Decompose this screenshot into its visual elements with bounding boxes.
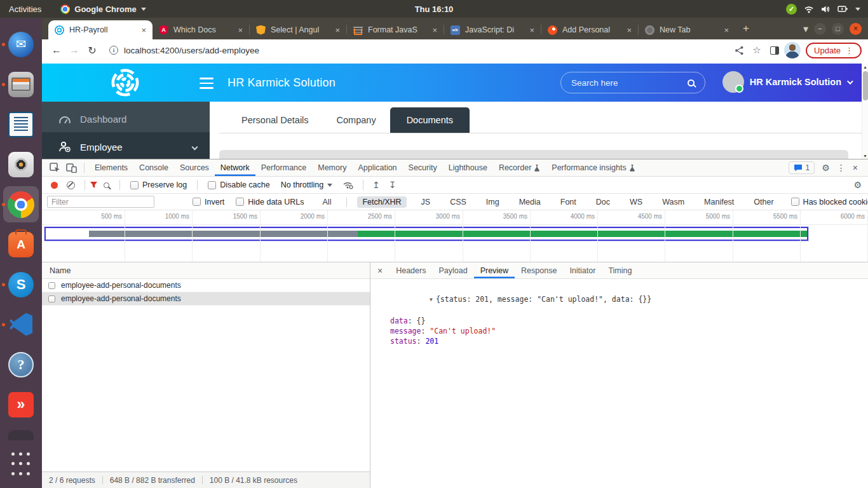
header-profile[interactable]: HR Karmick Solution — [722, 71, 851, 93]
preview-entry[interactable]: data: {} — [377, 316, 868, 326]
invert-checkbox[interactable] — [193, 198, 201, 206]
devtools-tab-elements[interactable]: Elements — [89, 159, 133, 176]
hide-data-urls-label[interactable]: Hide data URLs — [248, 198, 304, 207]
tab-close-icon[interactable]: × — [236, 25, 244, 35]
settings-gear-icon[interactable]: ⚙ — [822, 163, 830, 172]
close-detail-icon[interactable]: × — [370, 266, 390, 276]
request-filter-font[interactable]: Font — [555, 196, 581, 208]
throttling-dropdown[interactable]: No throttling — [281, 180, 332, 189]
browser-tab-add-personal[interactable]: Add Personal× — [541, 20, 638, 39]
record-network-log-icon[interactable] — [51, 182, 58, 189]
request-filter-ws[interactable]: WS — [625, 196, 648, 208]
request-filter-fetch-xhr[interactable]: Fetch/XHR — [357, 196, 406, 208]
browser-tab-select-angul[interactable]: Select | Angul× — [250, 20, 346, 39]
request-filter-wasm[interactable]: Wasm — [657, 196, 689, 208]
dock-item-libreoffice-writer[interactable] — [0, 104, 42, 144]
devtools-tab-lighthouse[interactable]: Lighthouse — [443, 159, 493, 176]
has-blocked-cookies-label[interactable]: Has blocked cookies — [803, 198, 868, 207]
detail-tab-response[interactable]: Response — [515, 262, 563, 278]
export-har-icon[interactable]: ↧ — [389, 180, 397, 190]
detail-tab-headers[interactable]: Headers — [390, 262, 432, 278]
tab-close-icon[interactable]: × — [140, 25, 147, 35]
dock-item-app-grid[interactable] — [0, 446, 42, 482]
devtools-tab-performance-insights[interactable]: Performance insights — [546, 159, 641, 176]
site-info-icon[interactable]: i — [109, 46, 118, 55]
devtools-tab-memory[interactable]: Memory — [312, 159, 352, 176]
tab-close-icon[interactable]: × — [334, 25, 341, 35]
name-column-header[interactable]: Name — [42, 262, 370, 279]
app-logo[interactable] — [111, 68, 140, 97]
devtools-tab-network[interactable]: Network — [215, 159, 255, 176]
expand-triangle-icon[interactable]: ▼ — [430, 295, 433, 305]
dock-item-rhythmbox[interactable] — [0, 144, 42, 184]
dock-item-ubuntu-software[interactable]: A — [0, 224, 42, 264]
browser-tab-which-docs[interactable]: Which Docs× — [153, 20, 249, 39]
volume-icon[interactable] — [821, 5, 831, 13]
url-text[interactable]: localhost:4200/users/add-employee — [124, 46, 259, 55]
side-panel-icon[interactable] — [766, 43, 783, 58]
bookmark-star-icon[interactable]: ☆ — [749, 43, 765, 58]
request-filter-media[interactable]: Media — [514, 196, 546, 208]
detail-tab-preview[interactable]: Preview — [474, 262, 515, 278]
detail-tab-initiator[interactable]: Initiator — [563, 262, 602, 278]
invert-toggle[interactable]: Invert — [193, 198, 224, 207]
network-conditions-icon[interactable] — [342, 180, 353, 189]
filter-funnel-icon[interactable] — [90, 181, 98, 189]
detail-tab-timing[interactable]: Timing — [602, 262, 638, 278]
devtools-close-icon[interactable]: × — [853, 163, 858, 172]
devtools-tab-console[interactable]: Console — [133, 159, 174, 176]
dock-item-skype[interactable]: S — [0, 264, 42, 304]
request-filter-all[interactable]: All — [318, 196, 337, 208]
invert-label[interactable]: Invert — [205, 198, 224, 207]
request-filter-manifest[interactable]: Manifest — [699, 196, 739, 208]
browser-tab-hr-payroll[interactable]: HR-Payroll× — [48, 20, 153, 39]
forward-icon[interactable]: → — [66, 42, 83, 58]
reload-icon[interactable]: ↻ — [84, 42, 100, 58]
request-row[interactable]: employee-add-personal-documents — [42, 292, 370, 306]
wifi-icon[interactable] — [804, 5, 814, 13]
scroll-down-icon[interactable]: ▼ — [863, 154, 867, 158]
new-tab-button[interactable]: + — [735, 22, 757, 35]
disable-cache-checkbox[interactable] — [208, 181, 216, 189]
sidebar-item-dashboard[interactable]: Dashboard — [42, 105, 210, 132]
filter-input[interactable] — [47, 196, 154, 208]
search-network-icon[interactable] — [104, 182, 109, 188]
hide-data-urls-checkbox[interactable] — [236, 198, 244, 206]
disable-cache-label[interactable]: Disable cache — [220, 180, 270, 189]
chevron-down-icon[interactable] — [847, 78, 853, 85]
devtools-tab-performance[interactable]: Performance — [255, 159, 313, 176]
preserve-log-checkbox[interactable] — [130, 181, 139, 189]
dock-item-chrome[interactable] — [0, 184, 42, 224]
system-tray[interactable]: ✓ — [786, 4, 868, 15]
browser-tab-format-javas[interactable]: Format JavaS× — [347, 20, 444, 39]
import-har-icon[interactable]: ↥ — [372, 180, 380, 190]
dock-item-thunderbird[interactable]: ✉ — [0, 24, 42, 64]
request-filter-js[interactable]: JS — [416, 196, 436, 208]
dock-item-vscode[interactable] — [0, 304, 42, 344]
request-checkbox[interactable] — [48, 282, 55, 289]
preview-entry[interactable]: status: 201 — [377, 336, 868, 346]
device-toolbar-icon[interactable] — [63, 159, 79, 176]
tab-company[interactable]: Company — [323, 107, 390, 133]
minimize-button[interactable]: − — [814, 23, 826, 35]
update-button[interactable]: Update ⋮ — [806, 43, 862, 58]
preserve-log-toggle[interactable]: Preserve log — [130, 180, 187, 189]
dock-item-anydesk[interactable]: » — [0, 384, 42, 424]
dock-item-files[interactable] — [0, 64, 42, 104]
app-menu[interactable]: Google Chrome — [60, 4, 146, 14]
tab-close-icon[interactable]: × — [722, 25, 730, 35]
filter-toggle-has-blocked-cookies[interactable]: Has blocked cookies — [791, 198, 868, 207]
tab-close-icon[interactable]: × — [431, 25, 438, 35]
request-checkbox[interactable] — [48, 295, 55, 302]
devtools-tab-security[interactable]: Security — [403, 159, 443, 176]
header-search-input[interactable]: Search here — [560, 72, 705, 93]
preserve-log-label[interactable]: Preserve log — [142, 180, 187, 189]
profile-avatar[interactable] — [784, 42, 801, 58]
page-scrollbar[interactable]: ▲ ▼ — [862, 64, 868, 159]
omnibox[interactable]: i localhost:4200/users/add-employee — [102, 41, 729, 59]
request-filter-doc[interactable]: Doc — [591, 196, 615, 208]
activities-button[interactable]: Activities — [0, 4, 50, 14]
network-settings-gear-icon[interactable]: ⚙ — [853, 180, 862, 189]
tab-documents[interactable]: Documents — [390, 107, 470, 133]
preview-entry[interactable]: message: "Can't upload!" — [377, 326, 868, 336]
